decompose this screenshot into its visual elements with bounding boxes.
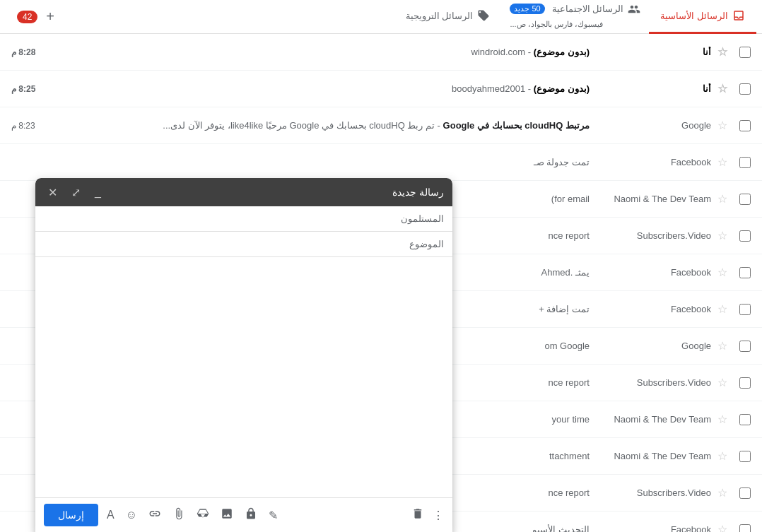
star-col[interactable]: ☆ [714, 266, 731, 279]
star-col[interactable]: ☆ [714, 192, 731, 206]
star-icon[interactable]: ☆ [717, 339, 727, 353]
expand-button[interactable]: ⤢ [67, 184, 85, 201]
social-badge: 50 جديد [510, 4, 544, 14]
checkbox-col [734, 451, 756, 462]
checkbox-col [734, 47, 756, 58]
format-icon[interactable]: A [104, 506, 117, 524]
row-checkbox[interactable] [739, 377, 751, 389]
tab-primary-label: الرسائل الأساسية [660, 11, 728, 21]
row-checkbox[interactable] [739, 120, 751, 131]
sender-col: Naomi & The Dev Team [598, 414, 711, 425]
star-icon[interactable]: ☆ [717, 82, 727, 95]
star-col[interactable]: ☆ [714, 119, 731, 132]
star-col[interactable]: ☆ [714, 82, 731, 95]
star-col[interactable]: ☆ [714, 339, 731, 353]
star-icon[interactable]: ☆ [717, 266, 727, 279]
to-label: المستلمون [401, 213, 444, 224]
tab-primary[interactable]: الرسائل الأساسية [649, 0, 756, 34]
subject-col: مرتبط cloudHQ بحسابك في Google - تم ربط … [57, 120, 595, 131]
row-checkbox[interactable] [739, 304, 751, 315]
send-button[interactable]: إرسال [44, 504, 98, 526]
sender-col: Subscribers.Video [598, 377, 711, 388]
row-checkbox[interactable] [739, 157, 751, 168]
link-icon[interactable] [146, 504, 164, 526]
table-row[interactable]: ☆ Google مرتبط cloudHQ بحسابك في Google … [0, 107, 762, 144]
row-checkbox[interactable] [739, 524, 751, 533]
sender-col: أنا [598, 83, 711, 94]
checkbox-col [734, 414, 756, 425]
star-icon[interactable]: ☆ [717, 45, 727, 59]
checkbox-col [734, 267, 756, 278]
star-icon[interactable]: ☆ [717, 523, 727, 532]
signature-icon[interactable]: ✎ [266, 506, 281, 525]
time-col: 8:23 م [11, 121, 54, 131]
star-col[interactable]: ☆ [714, 229, 731, 242]
minimize-button[interactable]: _ [90, 184, 105, 200]
tab-social-label: الرسائل الاجتماعية [552, 4, 624, 14]
compose-body[interactable] [35, 257, 452, 497]
checkbox-col [734, 487, 756, 499]
tab-social[interactable]: الرسائل الاجتماعية 50 جديد فيسبوك، فارس … [501, 0, 649, 34]
time-col: 8:28 م [11, 47, 54, 57]
star-col[interactable]: ☆ [714, 45, 731, 59]
checkbox-col [734, 524, 756, 533]
compose-header: رسالة جديدة _ ⤢ ✕ [35, 178, 452, 206]
add-tab-button[interactable]: + [43, 6, 57, 28]
row-checkbox[interactable] [739, 267, 751, 278]
row-checkbox[interactable] [739, 83, 751, 95]
star-col[interactable]: ☆ [714, 449, 731, 463]
subject-col: (بدون موضوع) - windroid.com [57, 47, 595, 57]
star-icon[interactable]: ☆ [717, 119, 727, 132]
delete-icon[interactable] [409, 504, 427, 526]
star-icon[interactable]: ☆ [717, 413, 727, 426]
confidential-icon[interactable] [242, 504, 260, 526]
row-checkbox[interactable] [739, 194, 751, 205]
time-col: 8:25 م [11, 84, 54, 94]
checkbox-col [734, 377, 756, 389]
drive-icon[interactable] [194, 504, 212, 526]
emoji-icon[interactable]: ☺ [123, 506, 140, 524]
table-row[interactable]: ☆ Facebook تمت جدولة صـ [0, 144, 762, 181]
table-row[interactable]: ☆ أنا (بدون موضوع) - boodyahmed2001 8:25… [0, 71, 762, 107]
people-icon [628, 3, 640, 16]
star-col[interactable]: ☆ [714, 155, 731, 169]
row-checkbox[interactable] [739, 341, 751, 352]
star-icon[interactable]: ☆ [717, 155, 727, 169]
attachment-icon[interactable] [170, 504, 188, 526]
more-options-icon[interactable]: ⋮ [433, 509, 444, 522]
checkbox-col [734, 120, 756, 131]
star-col[interactable]: ☆ [714, 413, 731, 426]
star-icon[interactable]: ☆ [717, 449, 727, 463]
tab-promotions[interactable]: الرسائل الترويجية [394, 0, 502, 34]
star-col[interactable]: ☆ [714, 486, 731, 500]
compose-toolbar: إرسال A ☺ ✎ ⋮ [35, 497, 452, 532]
row-checkbox[interactable] [739, 451, 751, 462]
row-checkbox[interactable] [739, 47, 751, 58]
row-checkbox[interactable] [739, 414, 751, 425]
star-icon[interactable]: ☆ [717, 486, 727, 500]
sender-col: Facebook [598, 304, 711, 314]
photo-icon[interactable] [218, 504, 236, 526]
subject-label: الموضوع [401, 239, 444, 249]
star-col[interactable]: ☆ [714, 376, 731, 389]
row-checkbox[interactable] [739, 487, 751, 499]
star-col[interactable]: ☆ [714, 302, 731, 316]
star-icon[interactable]: ☆ [717, 302, 727, 316]
table-row[interactable]: ☆ أنا (بدون موضوع) - windroid.com 8:28 م [0, 34, 762, 71]
compose-title: رسالة جديدة [392, 187, 444, 198]
to-input[interactable] [44, 211, 401, 227]
star-icon[interactable]: ☆ [717, 376, 727, 389]
sender-col: Facebook [598, 157, 711, 167]
sender-col: Naomi & The Dev Team [598, 451, 711, 461]
row-checkbox[interactable] [739, 230, 751, 242]
checkbox-col [734, 230, 756, 242]
checkbox-col [734, 341, 756, 352]
star-icon[interactable]: ☆ [717, 192, 727, 206]
close-button[interactable]: ✕ [44, 184, 61, 201]
star-col[interactable]: ☆ [714, 523, 731, 532]
subject-col: تمت جدولة صـ [57, 157, 595, 167]
subject-input[interactable] [44, 236, 401, 252]
sender-col: Facebook [598, 267, 711, 278]
star-icon[interactable]: ☆ [717, 229, 727, 242]
inbox-icon [732, 9, 745, 22]
